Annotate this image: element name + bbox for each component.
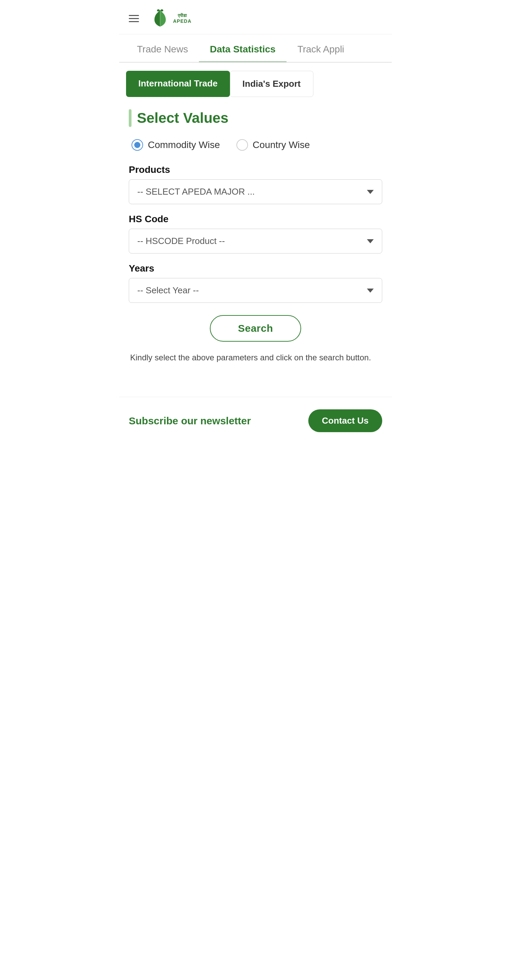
years-chevron-icon — [367, 288, 374, 293]
apeda-logo-icon — [150, 8, 170, 29]
section-accent-bar — [129, 109, 131, 127]
years-select[interactable]: -- Select Year -- — [129, 278, 382, 303]
years-label: Years — [129, 263, 382, 274]
hs-code-chevron-icon — [367, 239, 374, 243]
years-field: Years -- Select Year -- — [129, 263, 382, 303]
radio-country-label: Country Wise — [253, 140, 310, 150]
tab-track-appli[interactable]: Track Appli — [286, 34, 355, 63]
radio-commodity-label: Commodity Wise — [148, 140, 220, 150]
section-title-bar: Select Values — [129, 109, 382, 127]
radio-commodity-circle — [131, 139, 143, 151]
years-select-value: -- Select Year -- — [137, 285, 199, 296]
contact-us-button[interactable]: Contact Us — [308, 409, 382, 432]
hamburger-menu[interactable] — [129, 15, 139, 22]
app-header: एपीडा APEDA — [119, 0, 392, 34]
search-button[interactable]: Search — [210, 315, 301, 342]
products-field: Products -- SELECT APEDA MAJOR ... — [129, 164, 382, 204]
logo-eng-text: APEDA — [173, 18, 192, 24]
tab-trade-news[interactable]: Trade News — [126, 34, 199, 63]
sub-tab-international-trade[interactable]: International Trade — [126, 71, 230, 97]
radio-country-circle — [236, 139, 248, 151]
main-content: Select Values Commodity Wise Country Wis… — [119, 97, 392, 390]
tab-data-statistics[interactable]: Data Statistics — [199, 34, 286, 63]
logo-area: एपीडा APEDA — [150, 8, 192, 29]
hs-code-label: HS Code — [129, 214, 382, 224]
products-select-value: -- SELECT APEDA MAJOR ... — [137, 186, 255, 197]
radio-group: Commodity Wise Country Wise — [129, 139, 382, 151]
radio-country-wise[interactable]: Country Wise — [236, 139, 310, 151]
hs-code-select[interactable]: -- HSCODE Product -- — [129, 229, 382, 253]
hint-text: Kindly select the above parameters and c… — [129, 351, 382, 364]
logo-text: एपीडा APEDA — [173, 13, 192, 24]
nav-tabs: Trade News Data Statistics Track Appli — [119, 34, 392, 63]
search-btn-wrapper: Search — [129, 315, 382, 342]
hs-code-select-value: -- HSCODE Product -- — [137, 236, 225, 247]
radio-commodity-inner — [134, 142, 141, 148]
products-chevron-icon — [367, 190, 374, 194]
logo-hindi-text: एपीडा — [178, 13, 187, 18]
sub-tabs: International Trade India's Export — [119, 63, 392, 97]
newsletter-text: Subscribe our newsletter — [129, 415, 251, 427]
sub-tab-indias-export[interactable]: India's Export — [230, 71, 313, 97]
section-title: Select Values — [137, 110, 228, 126]
products-label: Products — [129, 164, 382, 175]
products-select[interactable]: -- SELECT APEDA MAJOR ... — [129, 179, 382, 204]
radio-commodity-wise[interactable]: Commodity Wise — [131, 139, 220, 151]
hs-code-field: HS Code -- HSCODE Product -- — [129, 214, 382, 253]
footer: Subscribe our newsletter Contact Us — [119, 397, 392, 446]
